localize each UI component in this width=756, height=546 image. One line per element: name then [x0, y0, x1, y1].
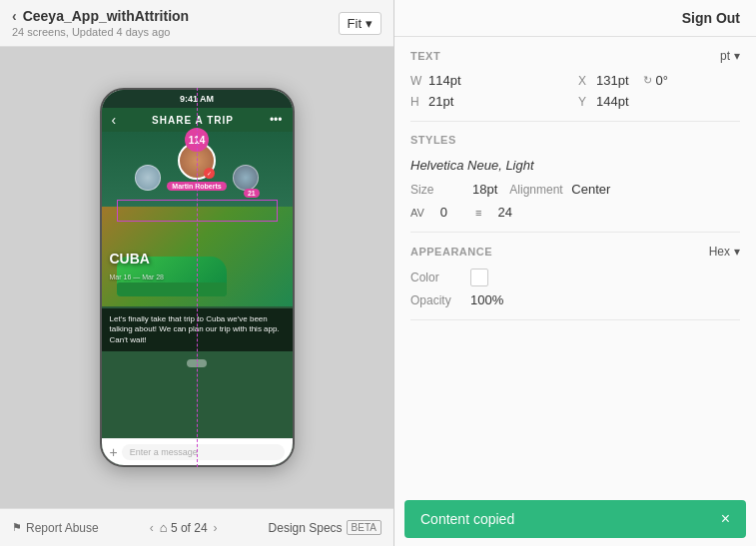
size-value: 18pt [472, 182, 497, 197]
phone-more-icon[interactable]: ••• [270, 113, 283, 127]
rotate-value: 0° [656, 73, 668, 88]
right-header: Sign Out [394, 0, 756, 37]
width-prop: W 114pt [410, 73, 572, 88]
chevron-down-icon: ▾ [366, 16, 373, 31]
project-title: Ceeya_App_withAttrition [23, 8, 189, 24]
text-section-header: TEXT pt ▾ [410, 49, 740, 63]
opacity-label: Opacity [410, 293, 460, 307]
nav-position-label: ⌂ 5 of 24 [160, 520, 208, 535]
cuba-label: CUBA [110, 251, 150, 267]
canvas-area: 9:41 AM ‹ SHARE A TRIP ••• [0, 47, 393, 508]
properties-panel: TEXT pt ▾ W 114pt X 131pt ↻ 0° [394, 37, 756, 492]
y-value: 144pt [596, 94, 629, 109]
x-label: X [578, 74, 592, 88]
nav-home-icon: ⌂ [160, 520, 168, 535]
width-value: 114pt [428, 73, 461, 88]
appearance-section-header: APPEARANCE Hex ▾ [410, 245, 740, 259]
status-time: 9:41 AM [180, 94, 214, 104]
dimension-grid: W 114pt X 131pt ↻ 0° H 21pt Y [410, 73, 740, 109]
tracking-icon: AV [410, 207, 424, 219]
width-label: W [410, 74, 424, 88]
font-name: Helvetica Neue, Light [410, 158, 534, 173]
hex-chevron-icon: ▾ [734, 245, 740, 259]
color-row: Color [410, 269, 740, 286]
opacity-row: Opacity 100% [410, 292, 740, 307]
back-arrow-icon[interactable]: ‹ [12, 8, 17, 24]
top-bar-left: ‹ Ceeya_App_withAttrition 24 screens, Up… [12, 8, 189, 38]
count-badge: 114 [185, 128, 209, 152]
date-label: Mar 16 — Mar 28 [110, 273, 164, 280]
alignment-value: Center [571, 182, 610, 197]
hex-selector[interactable]: Hex ▾ [709, 245, 740, 259]
text-section-title: TEXT [410, 50, 440, 62]
rotate-icon: ↻ [643, 74, 652, 87]
left-panel: ‹ Ceeya_App_withAttrition 24 screens, Up… [0, 0, 394, 546]
right-panel: Sign Out TEXT pt ▾ W 114pt [394, 0, 756, 546]
size-alignment-row: Size 18pt Alignment Center [410, 182, 740, 197]
report-abuse-button[interactable]: ⚑ Report Abuse [12, 521, 99, 535]
unit-label: pt [720, 49, 730, 63]
tracking-lineheight-row: AV 0 ≡ 24 [410, 205, 740, 220]
flag-icon: ⚑ [12, 521, 22, 534]
hex-label: Hex [709, 245, 730, 259]
nav-page-count: 5 of 24 [171, 521, 208, 535]
bottom-left: ⚑ Report Abuse [12, 521, 99, 535]
nav-controls: ‹ ⌂ 5 of 24 › [150, 520, 218, 535]
appearance-section: APPEARANCE Hex ▾ Color Opacity 100% [410, 245, 740, 320]
car-bottom [117, 282, 227, 296]
line-height-value: 24 [498, 205, 512, 220]
text-section: TEXT pt ▾ W 114pt X 131pt ↻ 0° [410, 49, 740, 122]
bottom-bar: ⚑ Report Abuse ‹ ⌂ 5 of 24 › Design Spec… [0, 508, 393, 546]
size-label: Size [410, 183, 460, 197]
tracking-value: 0 [440, 205, 447, 220]
styles-section-title: STYLES [410, 134, 456, 146]
unit-selector[interactable]: pt ▾ [720, 49, 740, 63]
nav-prev-arrow[interactable]: ‹ [150, 521, 154, 535]
back-title[interactable]: ‹ Ceeya_App_withAttrition [12, 8, 189, 24]
toast-text: Content copied [420, 511, 514, 527]
footer-plus-icon[interactable]: + [110, 444, 118, 460]
sign-out-button[interactable]: Sign Out [682, 10, 740, 26]
styles-section: STYLES Helvetica Neue, Light Size 18pt A… [410, 134, 740, 233]
x-value: 131pt [596, 73, 629, 88]
color-label: Color [410, 271, 460, 284]
y-prop: Y 144pt [578, 94, 740, 109]
message-area: Let's finally take that trip to Cuba we'… [102, 308, 293, 351]
x-prop: X 131pt ↻ 0° [578, 73, 740, 88]
phone-footer: + Enter a message [102, 438, 293, 465]
avatar-check-icon: ✓ [204, 168, 215, 179]
avatar-name: Martin Roberts [167, 182, 226, 191]
car-image-area: CUBA Mar 16 — Mar 28 [102, 207, 293, 306]
color-swatch[interactable] [470, 269, 488, 286]
styles-section-header: STYLES [410, 134, 740, 146]
avatar-right: 21 [233, 165, 259, 191]
project-subtitle: 24 screens, Updated 4 days ago [12, 26, 189, 38]
fit-label: Fit [348, 16, 362, 31]
appearance-section-title: APPEARANCE [410, 246, 492, 258]
message-text: Let's finally take that trip to Cuba we'… [110, 314, 285, 345]
phone-wrap: 9:41 AM ‹ SHARE A TRIP ••• [100, 88, 295, 467]
page-indicator [187, 359, 207, 367]
phone-status-bar: 9:41 AM [102, 90, 293, 108]
phone-back-icon[interactable]: ‹ [112, 112, 117, 128]
toast-close-button[interactable]: × [721, 510, 730, 528]
spacer [102, 353, 293, 438]
fit-control[interactable]: Fit ▾ [339, 12, 381, 35]
unit-chevron-icon: ▾ [734, 49, 740, 63]
height-value: 21pt [428, 94, 453, 109]
design-specs-button[interactable]: Design Specs BETA [269, 520, 381, 535]
beta-badge: BETA [347, 520, 381, 535]
avatar-row: 114 ✓ Martin Roberts 21 [102, 132, 293, 207]
avatar-main-wrapper: 114 ✓ Martin Roberts [167, 142, 226, 191]
styles-grid: Helvetica Neue, Light Size 18pt Alignmen… [410, 156, 740, 220]
nav-next-arrow[interactable]: › [214, 521, 218, 535]
message-input[interactable]: Enter a message [122, 444, 285, 460]
design-specs-label: Design Specs [269, 521, 343, 535]
avatar-left [135, 165, 161, 191]
opacity-value: 100% [470, 292, 503, 307]
height-prop: H 21pt [410, 94, 572, 109]
pagination-dots [102, 353, 293, 373]
line-height-icon: ≡ [475, 207, 481, 219]
report-abuse-label: Report Abuse [26, 521, 99, 535]
phone-screen-title: SHARE A TRIP [152, 115, 234, 126]
